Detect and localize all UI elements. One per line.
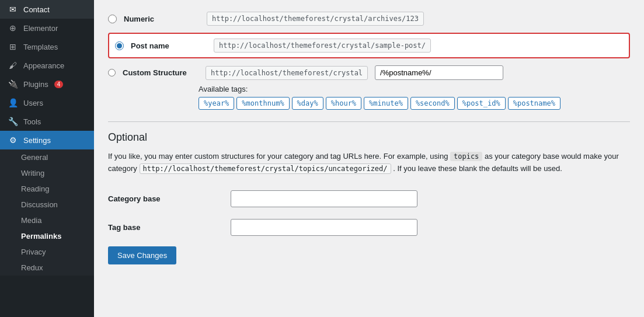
tag-monthnum[interactable]: %monthnum% bbox=[236, 97, 289, 110]
submenu-redux[interactable]: Redux bbox=[0, 260, 94, 276]
post-name-url: http://localhost/themeforest/crystal/sam… bbox=[214, 39, 431, 53]
tag-second[interactable]: %second% bbox=[410, 97, 455, 110]
sidebar: ✉ Contact ⊕ Elementor ⊞ Templates 🖌 Appe… bbox=[0, 0, 94, 317]
submenu-privacy[interactable]: Privacy bbox=[0, 244, 94, 260]
sidebar-item-plugins[interactable]: 🔌 Plugins 4 bbox=[0, 75, 94, 93]
tag-hour[interactable]: %hour% bbox=[326, 97, 361, 110]
sidebar-label-templates: Templates bbox=[23, 43, 58, 51]
numeric-radio[interactable] bbox=[108, 15, 117, 23]
elementor-icon: ⊕ bbox=[7, 23, 19, 33]
sidebar-label-plugins: Plugins bbox=[23, 80, 48, 89]
numeric-option-row: Numeric http://localhost/themeforest/cry… bbox=[108, 12, 630, 26]
submenu-discussion[interactable]: Discussion bbox=[0, 197, 94, 213]
sidebar-item-settings[interactable]: ⚙ Settings bbox=[0, 131, 94, 149]
topics-highlight: topics bbox=[450, 152, 482, 161]
tag-base-label: Tag base bbox=[108, 223, 140, 232]
tag-year[interactable]: %year% bbox=[199, 97, 234, 110]
sidebar-label-users: Users bbox=[23, 99, 43, 107]
settings-submenu: General Writing Reading Discussion Media… bbox=[0, 149, 94, 276]
optional-section-title: Optional bbox=[108, 121, 630, 144]
submenu-general[interactable]: General bbox=[0, 149, 94, 165]
description-text-3: . If you leave these blank the defaults … bbox=[393, 164, 562, 173]
available-tags-label: Available tags: bbox=[199, 85, 630, 93]
main-content: Numeric http://localhost/themeforest/cry… bbox=[94, 0, 644, 317]
category-base-label: Category base bbox=[108, 194, 161, 203]
tag-base-input[interactable] bbox=[231, 219, 417, 236]
submenu-reading[interactable]: Reading bbox=[0, 181, 94, 197]
optional-description: If you like, you may enter custom struct… bbox=[108, 151, 630, 175]
numeric-label: Numeric bbox=[124, 15, 200, 23]
sidebar-label-tools: Tools bbox=[23, 117, 41, 126]
post-name-radio[interactable] bbox=[115, 41, 124, 50]
custom-url-base: http://localhost/themeforest/crystal bbox=[206, 66, 368, 80]
sidebar-label-settings: Settings bbox=[23, 136, 51, 145]
tag-postname[interactable]: %postname% bbox=[508, 97, 561, 110]
submenu-writing[interactable]: Writing bbox=[0, 165, 94, 181]
sidebar-item-tools[interactable]: 🔧 Tools bbox=[0, 112, 94, 131]
post-name-option-row: Post name http://localhost/themeforest/c… bbox=[108, 33, 630, 58]
numeric-url: http://localhost/themeforest/crystal/arc… bbox=[207, 12, 424, 26]
sidebar-label-appearance: Appearance bbox=[23, 61, 64, 70]
custom-structure-row: Custom Structure http://localhost/themef… bbox=[108, 65, 630, 80]
plugins-badge: 4 bbox=[54, 81, 64, 88]
save-changes-button[interactable]: Save Changes bbox=[108, 246, 176, 264]
templates-icon: ⊞ bbox=[7, 42, 19, 51]
sidebar-label-contact: Contact bbox=[23, 5, 50, 14]
description-text-1: If you like, you may enter custom struct… bbox=[108, 152, 448, 161]
tag-post-id[interactable]: %post_id% bbox=[457, 97, 506, 110]
options-form-table: Category base Tag base bbox=[108, 184, 630, 242]
appearance-icon: 🖌 bbox=[7, 61, 19, 70]
sidebar-item-templates[interactable]: ⊞ Templates bbox=[0, 37, 94, 56]
tools-icon: 🔧 bbox=[7, 117, 19, 126]
custom-structure-radio[interactable] bbox=[108, 69, 116, 76]
tag-minute[interactable]: %minute% bbox=[364, 97, 408, 110]
settings-icon: ⚙ bbox=[7, 135, 19, 145]
post-name-label: Post name bbox=[131, 41, 207, 50]
sidebar-item-contact[interactable]: ✉ Contact bbox=[0, 0, 94, 19]
url-example-code: http://localhost/themeforest/crystal/top… bbox=[140, 163, 391, 174]
tag-base-row: Tag base bbox=[108, 213, 630, 242]
submenu-permalinks[interactable]: Permalinks bbox=[0, 228, 94, 244]
sidebar-label-elementor: Elementor bbox=[23, 24, 58, 33]
category-base-input[interactable] bbox=[231, 190, 417, 207]
plugins-icon: 🔌 bbox=[7, 79, 19, 89]
users-icon: 👤 bbox=[7, 98, 19, 107]
tags-row: %year% %monthnum% %day% %hour% %minute% … bbox=[199, 97, 630, 110]
tag-day[interactable]: %day% bbox=[292, 97, 323, 110]
sidebar-item-appearance[interactable]: 🖌 Appearance bbox=[0, 56, 94, 75]
sidebar-item-elementor[interactable]: ⊕ Elementor bbox=[0, 19, 94, 37]
category-base-row: Category base bbox=[108, 184, 630, 213]
contact-icon: ✉ bbox=[7, 5, 19, 14]
sidebar-item-users[interactable]: 👤 Users bbox=[0, 93, 94, 112]
custom-structure-label: Custom Structure bbox=[123, 68, 199, 77]
submenu-media[interactable]: Media bbox=[0, 213, 94, 228]
custom-structure-input[interactable]: /%postname%/ bbox=[375, 65, 503, 80]
